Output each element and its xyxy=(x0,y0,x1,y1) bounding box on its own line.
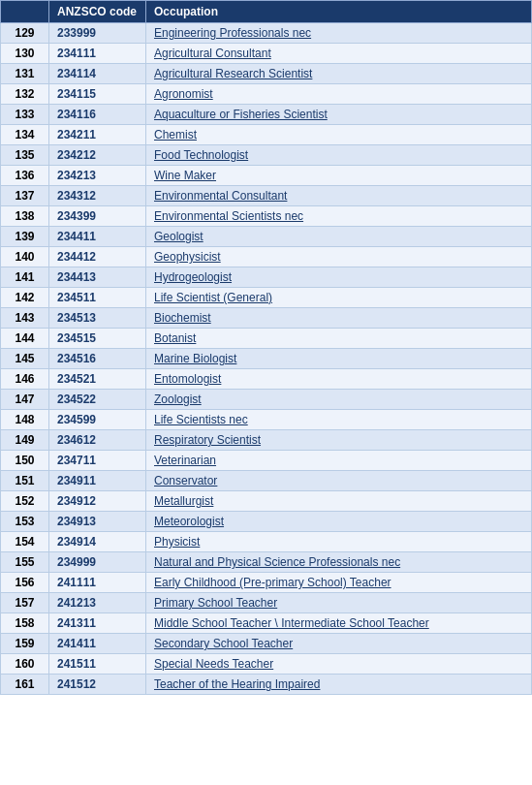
row-number: 157 xyxy=(1,593,49,613)
anzsco-code: 234399 xyxy=(49,206,146,227)
occupation-link[interactable]: Chemist xyxy=(154,128,197,141)
occupation-link[interactable]: Physicist xyxy=(154,535,200,549)
occupation-link[interactable]: Life Scientists nec xyxy=(154,413,248,426)
anzsco-code: 234599 xyxy=(49,410,146,430)
occupation-link[interactable]: Conservator xyxy=(154,474,217,487)
anzsco-code: 234111 xyxy=(49,44,146,64)
occupation-link[interactable]: Middle School Teacher \ Intermediate Sch… xyxy=(154,616,429,630)
table-row: 161241512Teacher of the Hearing Impaired xyxy=(1,675,532,695)
occupation-link[interactable]: Food Technologist xyxy=(154,148,248,162)
row-number: 142 xyxy=(1,288,49,308)
occupation-name[interactable]: Hydrogeologist xyxy=(146,267,532,288)
occupation-link[interactable]: Engineering Professionals nec xyxy=(154,26,311,40)
occupation-name[interactable]: Agricultural Research Scientist xyxy=(146,64,532,84)
occupation-link[interactable]: Secondary School Teacher xyxy=(154,637,293,650)
occupation-name[interactable]: Wine Maker xyxy=(146,166,532,186)
row-number: 149 xyxy=(1,430,49,451)
occupation-link[interactable]: Environmental Consultant xyxy=(154,189,287,203)
occupation-name[interactable]: Metallurgist xyxy=(146,491,532,512)
header-occupation: Occupation xyxy=(146,1,532,23)
table-row: 147234522Zoologist xyxy=(1,390,532,410)
occupation-link[interactable]: Wine Maker xyxy=(154,169,216,182)
anzsco-code: 233999 xyxy=(49,23,146,44)
occupation-name[interactable]: Zoologist xyxy=(146,390,532,410)
occupation-name[interactable]: Chemist xyxy=(146,125,532,145)
occupation-name[interactable]: Agricultural Consultant xyxy=(146,44,532,64)
occupation-name[interactable]: Special Needs Teacher xyxy=(146,654,532,675)
occupation-name[interactable]: Geologist xyxy=(146,227,532,247)
occupation-link[interactable]: Entomologist xyxy=(154,372,221,386)
row-number: 146 xyxy=(1,369,49,390)
table-row: 138234399Environmental Scientists nec xyxy=(1,206,532,227)
occupation-name[interactable]: Agronomist xyxy=(146,84,532,105)
row-number: 152 xyxy=(1,491,49,512)
occupation-name[interactable]: Geophysicist xyxy=(146,247,532,267)
anzsco-code: 234211 xyxy=(49,125,146,145)
occupation-link[interactable]: Life Scientist (General) xyxy=(154,291,272,304)
occupation-link[interactable]: Special Needs Teacher xyxy=(154,657,273,671)
anzsco-code: 234513 xyxy=(49,308,146,329)
occupation-link[interactable]: Geophysicist xyxy=(154,250,221,264)
occupation-link[interactable]: Metallurgist xyxy=(154,494,213,508)
occupation-name[interactable]: Teacher of the Hearing Impaired xyxy=(146,675,532,695)
occupation-name[interactable]: Food Technologist xyxy=(146,145,532,166)
occupation-name[interactable]: Early Childhood (Pre-primary School) Tea… xyxy=(146,573,532,593)
anzsco-code: 241311 xyxy=(49,613,146,634)
occupation-name[interactable]: Aquaculture or Fisheries Scientist xyxy=(146,105,532,125)
row-number: 154 xyxy=(1,532,49,552)
table-row: 160241511Special Needs Teacher xyxy=(1,654,532,675)
anzsco-code: 234612 xyxy=(49,430,146,451)
occupation-link[interactable]: Agricultural Research Scientist xyxy=(154,67,312,80)
row-number: 148 xyxy=(1,410,49,430)
occupation-name[interactable]: Environmental Scientists nec xyxy=(146,206,532,227)
row-number: 137 xyxy=(1,186,49,206)
occupation-link[interactable]: Aquaculture or Fisheries Scientist xyxy=(154,108,328,121)
anzsco-code: 234511 xyxy=(49,288,146,308)
occupation-name[interactable]: Middle School Teacher \ Intermediate Sch… xyxy=(146,613,532,634)
occupation-link[interactable]: Environmental Scientists nec xyxy=(154,209,303,223)
table-row: 153234913Meteorologist xyxy=(1,512,532,532)
occupation-name[interactable]: Primary School Teacher xyxy=(146,593,532,613)
occupation-name[interactable]: Entomologist xyxy=(146,369,532,390)
row-number: 133 xyxy=(1,105,49,125)
occupation-name[interactable]: Respiratory Scientist xyxy=(146,430,532,451)
occupation-link[interactable]: Geologist xyxy=(154,230,203,243)
occupation-link[interactable]: Botanist xyxy=(154,331,196,345)
occupation-name[interactable]: Engineering Professionals nec xyxy=(146,23,532,44)
row-number: 132 xyxy=(1,84,49,105)
occupation-link[interactable]: Biochemist xyxy=(154,311,211,325)
occupation-link[interactable]: Zoologist xyxy=(154,392,202,406)
row-number: 153 xyxy=(1,512,49,532)
occupation-link[interactable]: Marine Biologist xyxy=(154,352,236,365)
occupation-name[interactable]: Conservator xyxy=(146,471,532,491)
occupation-name[interactable]: Secondary School Teacher xyxy=(146,634,532,654)
occupation-name[interactable]: Meteorologist xyxy=(146,512,532,532)
occupation-link[interactable]: Meteorologist xyxy=(154,515,224,528)
occupation-link[interactable]: Agronomist xyxy=(154,87,213,101)
occupation-link[interactable]: Natural and Physical Science Professiona… xyxy=(154,555,400,569)
occupation-name[interactable]: Natural and Physical Science Professiona… xyxy=(146,552,532,573)
occupation-link[interactable]: Teacher of the Hearing Impaired xyxy=(154,677,320,691)
anzsco-code: 234911 xyxy=(49,471,146,491)
occupation-name[interactable]: Physicist xyxy=(146,532,532,552)
table-row: 140234412Geophysicist xyxy=(1,247,532,267)
occupation-name[interactable]: Veterinarian xyxy=(146,451,532,471)
anzsco-code: 234521 xyxy=(49,369,146,390)
occupation-name[interactable]: Environmental Consultant xyxy=(146,186,532,206)
occupation-name[interactable]: Life Scientists nec xyxy=(146,410,532,430)
occupation-link[interactable]: Respiratory Scientist xyxy=(154,433,261,447)
occupation-name[interactable]: Life Scientist (General) xyxy=(146,288,532,308)
occupation-name[interactable]: Marine Biologist xyxy=(146,349,532,369)
table-row: 156241111Early Childhood (Pre-primary Sc… xyxy=(1,573,532,593)
occupation-link[interactable]: Primary School Teacher xyxy=(154,596,277,610)
anzsco-code: 234114 xyxy=(49,64,146,84)
occupation-link[interactable]: Veterinarian xyxy=(154,454,216,467)
occupation-name[interactable]: Botanist xyxy=(146,329,532,349)
occupation-name[interactable]: Biochemist xyxy=(146,308,532,329)
occupation-link[interactable]: Agricultural Consultant xyxy=(154,47,271,60)
occupation-link[interactable]: Early Childhood (Pre-primary School) Tea… xyxy=(154,576,391,589)
row-number: 136 xyxy=(1,166,49,186)
row-number: 130 xyxy=(1,44,49,64)
row-number: 143 xyxy=(1,308,49,329)
occupation-link[interactable]: Hydrogeologist xyxy=(154,270,232,284)
